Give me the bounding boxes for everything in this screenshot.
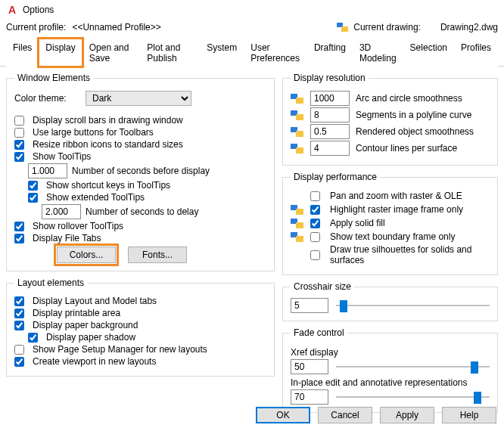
- polyline-segments-label: Segments in a polyline curve: [356, 110, 471, 120]
- fonts-button[interactable]: Fonts...: [128, 247, 187, 263]
- lbl-rollover-tooltips: Show rollover ToolTips: [33, 221, 123, 231]
- tab-3d-modeling[interactable]: 3D Modeling: [353, 39, 403, 67]
- group-display-performance: Display performance Pan and zoom with ra…: [282, 172, 498, 275]
- tab-profiles[interactable]: Profiles: [454, 39, 498, 67]
- svg-rect-15: [296, 236, 303, 242]
- chk-resize-ribbon[interactable]: [14, 140, 24, 150]
- lbl-solid-fill: Apply solid fill: [330, 218, 385, 228]
- tab-system[interactable]: System: [200, 39, 244, 67]
- chk-printable-area[interactable]: [14, 309, 24, 318]
- window-title: Options: [23, 5, 498, 15]
- lbl-layout-model-tabs: Display Layout and Model tabs: [33, 296, 157, 306]
- svg-rect-11: [296, 209, 303, 215]
- chk-extended-tooltips[interactable]: [28, 193, 38, 203]
- crosshair-size-slider[interactable]: [336, 299, 490, 312]
- ok-button[interactable]: OK: [256, 407, 310, 423]
- legend-crosshair: Crosshair size: [291, 281, 354, 292]
- tab-drafting[interactable]: Drafting: [307, 39, 353, 67]
- titlebar: A Options: [0, 0, 504, 20]
- chk-file-tabs[interactable]: [14, 234, 24, 243]
- lbl-paper-background: Display paper background: [33, 320, 138, 330]
- chk-true-silhouettes[interactable]: [310, 250, 320, 260]
- cancel-button[interactable]: Cancel: [318, 407, 372, 423]
- inplace-edit-label: In-place edit and annotative representat…: [291, 377, 490, 388]
- extended-seconds-label: Number of seconds to delay: [86, 206, 198, 217]
- group-layout-elements: Layout elements Display Layout and Model…: [6, 278, 275, 377]
- chk-show-tooltips[interactable]: [14, 152, 24, 162]
- color-theme-select[interactable]: Dark: [86, 91, 191, 106]
- chk-shortcut-keys[interactable]: [28, 181, 38, 191]
- contour-lines-label: Contour lines per surface: [356, 143, 457, 154]
- tab-plot-publish[interactable]: Plot and Publish: [140, 39, 200, 67]
- lbl-shortcut-keys: Show shortcut keys in ToolTips: [46, 180, 170, 191]
- chk-create-viewport[interactable]: [14, 357, 24, 367]
- lbl-paper-shadow: Display paper shadow: [46, 332, 135, 343]
- app-icon: A: [6, 4, 18, 16]
- inplace-edit-input[interactable]: [291, 389, 328, 405]
- chk-text-boundary[interactable]: [310, 232, 320, 242]
- drawing-db-icon: [291, 203, 304, 216]
- group-fade-control: Fade control Xref display In-place edit …: [282, 327, 498, 413]
- render-smoothness-input[interactable]: [310, 124, 350, 139]
- tab-files[interactable]: Files: [6, 39, 39, 67]
- polyline-segments-input[interactable]: [310, 107, 350, 123]
- extended-seconds-input[interactable]: [42, 204, 81, 219]
- lbl-scroll-bars: Display scroll bars in drawing window: [33, 115, 183, 126]
- tab-bar: Files Display Open and Save Plot and Pub…: [0, 38, 504, 67]
- lbl-page-setup-mgr: Show Page Setup Manager for new layouts: [33, 344, 207, 355]
- xref-display-label: Xref display: [291, 347, 490, 358]
- xref-display-slider[interactable]: [336, 360, 490, 374]
- drawing-db-icon: [291, 231, 304, 243]
- apply-button[interactable]: Apply: [380, 407, 434, 423]
- tooltip-seconds-input[interactable]: [28, 163, 67, 178]
- group-display-resolution: Display resolution Arc and circle smooth…: [282, 73, 498, 166]
- tooltip-seconds-label: Number of seconds before display: [72, 166, 210, 176]
- tab-user-preferences[interactable]: User Preferences: [244, 39, 307, 67]
- chk-paper-shadow[interactable]: [28, 333, 38, 343]
- lbl-true-silhouettes: Draw true silhouettes for solids and sur…: [330, 244, 490, 265]
- arc-smoothness-input[interactable]: [310, 91, 350, 106]
- chk-solid-fill[interactable]: [310, 219, 320, 228]
- lbl-text-boundary: Show text boundary frame only: [330, 231, 455, 242]
- xref-display-input[interactable]: [291, 359, 328, 374]
- info-row: Current profile: <<Unnamed Profile>> Cur…: [0, 20, 504, 38]
- legend-window-elements: Window Elements: [14, 73, 93, 83]
- chk-page-setup-mgr[interactable]: [14, 345, 24, 355]
- svg-rect-1: [341, 26, 348, 32]
- chk-scroll-bars[interactable]: [14, 116, 24, 126]
- svg-rect-5: [296, 114, 303, 120]
- chk-highlight-raster[interactable]: [310, 205, 320, 215]
- lbl-create-viewport: Create viewport in new layouts: [33, 356, 156, 367]
- lbl-printable-area: Display printable area: [33, 308, 120, 318]
- lbl-large-buttons: Use large buttons for Toolbars: [33, 127, 154, 138]
- chk-large-buttons[interactable]: [14, 128, 24, 138]
- legend-display-performance: Display performance: [291, 172, 380, 182]
- chk-rollover-tooltips[interactable]: [14, 222, 24, 231]
- tab-selection[interactable]: Selection: [403, 39, 454, 67]
- svg-rect-3: [296, 98, 303, 104]
- current-drawing-label: Current drawing:: [353, 22, 421, 33]
- content: Window Elements Color theme: Dark Displa…: [0, 67, 504, 416]
- contour-lines-input[interactable]: [310, 141, 350, 156]
- crosshair-size-input[interactable]: [291, 298, 328, 313]
- help-button[interactable]: Help: [442, 407, 496, 423]
- svg-rect-13: [296, 222, 303, 228]
- arc-smoothness-label: Arc and circle smoothness: [356, 93, 462, 104]
- legend-display-resolution: Display resolution: [291, 73, 369, 83]
- current-drawing-value: Drawing2.dwg: [440, 22, 498, 33]
- svg-rect-7: [296, 131, 303, 137]
- inplace-edit-slider[interactable]: [336, 390, 490, 404]
- legend-fade-control: Fade control: [291, 327, 347, 338]
- svg-rect-9: [296, 147, 303, 154]
- chk-paper-background[interactable]: [14, 321, 24, 330]
- tab-open-save[interactable]: Open and Save: [82, 39, 141, 67]
- group-crosshair: Crosshair size: [282, 281, 498, 321]
- color-theme-label: Color theme:: [14, 93, 81, 104]
- drawing-db-icon: [291, 142, 304, 154]
- lbl-file-tabs: Display File Tabs: [33, 233, 101, 243]
- lbl-pan-zoom-raster: Pan and zoom with raster & OLE: [330, 191, 462, 201]
- chk-pan-zoom-raster[interactable]: [310, 191, 320, 201]
- colors-button[interactable]: Colors...: [57, 247, 116, 263]
- tab-display[interactable]: Display: [39, 39, 82, 67]
- chk-layout-model-tabs[interactable]: [14, 296, 24, 306]
